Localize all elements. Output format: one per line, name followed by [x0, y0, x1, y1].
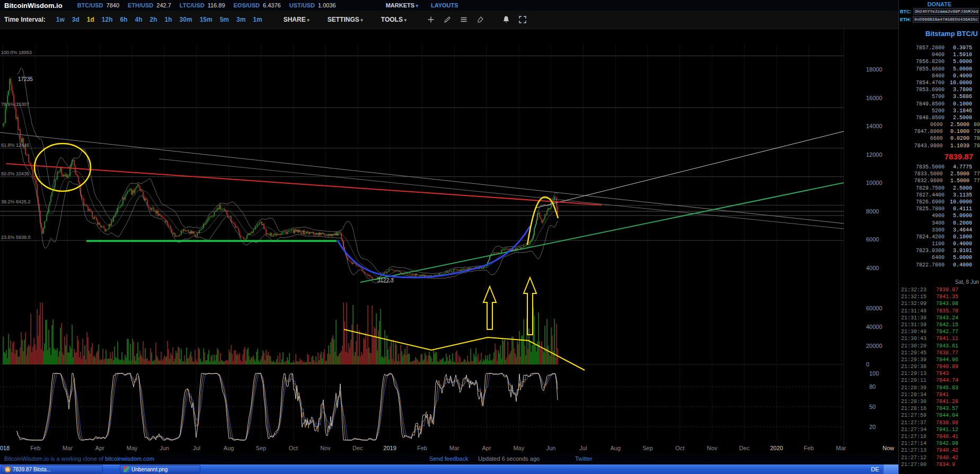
market-title[interactable]: Bitstamp BTC/U: [925, 30, 978, 38]
interval-2h[interactable]: 2h: [147, 15, 161, 24]
yellow-arrow-1[interactable]: [483, 287, 496, 329]
btc-address-row: BTC: 3H24hYYe2zama2v88PJ3bMJedLRoo1gE: [899, 7, 980, 15]
interval-1m[interactable]: 1m: [250, 15, 265, 24]
interval-1d[interactable]: 1d: [84, 15, 98, 24]
eth-address-row: ETH: 0xD686B28a47A58EDd436A35cf5eb5A4c3: [899, 15, 980, 23]
tools-label: TOOLS: [381, 16, 403, 23]
axis-labels: 100.0% 1895378.6% 1530761.8% 1244650.0% …: [0, 50, 894, 451]
pencil-icon[interactable]: [443, 15, 452, 24]
interval-1w[interactable]: 1w: [53, 15, 68, 24]
time-axis-label: 2018: [0, 445, 10, 451]
price-annotation: 3122.3: [377, 278, 394, 283]
ticker-ust-usd[interactable]: UST/USD1.0036: [289, 2, 336, 8]
interval-6h[interactable]: 6h: [117, 15, 131, 24]
trade-row: 21:32:157841.35: [899, 293, 980, 300]
clone-link[interactable]: bitcoinwisdom.com: [105, 455, 154, 462]
time-axis-label: Jul: [579, 445, 587, 451]
white-rising-line[interactable]: [535, 131, 844, 208]
trade-row: 21:27:137840.42: [899, 447, 980, 454]
ticker-btc-usd[interactable]: BTC/USD7840: [77, 2, 119, 8]
time-axis-label: Mar: [449, 445, 460, 451]
time-axis-label: Feb: [804, 445, 814, 451]
trade-row: 21:32:237839.87: [899, 287, 980, 293]
time-axis-label: Feb: [30, 445, 40, 451]
trade-row: 21:31:397843.24: [899, 315, 980, 321]
layouts-menu[interactable]: LAYOUTS: [431, 2, 458, 8]
bid-row: 7822.78000.4000: [899, 262, 980, 269]
drawings-list-icon[interactable]: [460, 15, 468, 24]
btc-label: BTC:: [900, 9, 912, 14]
taskbar-item-bitstamp[interactable]: B 7839.87 Bitsta...: [1, 465, 103, 473]
ticker-eos-usd[interactable]: EOS/USD6.4376: [234, 2, 281, 8]
volume-axis-label: 0: [866, 361, 869, 368]
osc-axis-label: 20: [869, 424, 876, 430]
time-axis-label: Nov: [707, 445, 718, 451]
bid-row: 7827.44003.1135: [899, 192, 980, 199]
interval-buttons: 1w3d1d12h6h4h2h1h30m15m5m3m1m: [53, 15, 266, 24]
taskbar-item-image[interactable]: Unbenannt.png: [120, 465, 200, 473]
time-axis-label: Aug: [224, 445, 234, 451]
alert-bell-icon[interactable]: [502, 15, 510, 24]
trade-row: 21:31:397842.15: [899, 321, 980, 328]
markets-label: MARKETS: [386, 2, 414, 8]
twitter-link[interactable]: Twitter: [575, 455, 592, 462]
interval-5m[interactable]: 5m: [217, 15, 232, 24]
btc-address[interactable]: 3H24hYYe2zama2v88PJ3bMJedLRoo1gE: [913, 8, 979, 15]
donate-section: DONATE BTC: 3H24hYYe2zama2v88PJ3bMJedLRo…: [899, 0, 980, 23]
trade-row: 21:32:097843.98: [899, 300, 980, 307]
share-menu[interactable]: SHARE: [284, 16, 310, 23]
trade-row: 21:29:397844.96: [899, 356, 980, 363]
bid-row: 7824.42000.1000: [899, 234, 980, 240]
fib-label: 23.6% 5938.0: [1, 235, 31, 240]
tools-menu[interactable]: TOOLS: [381, 16, 407, 23]
osc-axis-label: 100: [869, 370, 879, 377]
price-chart[interactable]: 100.0% 1895378.6% 1530761.8% 1244650.0% …: [0, 29, 898, 454]
red-trendline[interactable]: [6, 164, 602, 205]
gray-fanline-2[interactable]: [159, 159, 844, 229]
ask-row: 7849.85000.1000: [899, 101, 980, 108]
last-price: 7839.87: [899, 152, 973, 161]
ticker-eth-usd[interactable]: ETH/USD242.7: [128, 2, 171, 8]
time-axis-label: Oct: [289, 445, 298, 451]
volume-axis-label: 60000: [866, 305, 882, 311]
interval-30m[interactable]: 30m: [176, 15, 196, 24]
ask-row: 7843.98001.103978: [899, 142, 980, 149]
drawing-toolbar: [427, 15, 527, 24]
trade-row: 21:29:117844.74: [899, 377, 980, 384]
fib-label: 38.2% 8425.2: [1, 199, 31, 204]
taskbar: B 7839.87 Bitsta... Unbenannt.png DE: [0, 464, 898, 474]
status-bar: BitcoinWisdom.io is a working clone of b…: [0, 454, 898, 463]
logo[interactable]: BitcoinWisdom.io: [4, 2, 63, 10]
eth-address[interactable]: 0xD686B28a47A58EDd436A35cf5eb5A4c3: [913, 16, 979, 23]
markets-menu[interactable]: MARKETS: [386, 2, 418, 8]
settings-menu[interactable]: SETTINGS: [328, 16, 363, 23]
ticker-ltc-usd[interactable]: LTC/USD116.89: [180, 2, 225, 8]
add-indicator-icon[interactable]: [427, 15, 435, 24]
ask-row: 7857.28000.3975: [899, 44, 980, 51]
interval-4h[interactable]: 4h: [132, 15, 146, 24]
price-axis-label: 6000: [866, 236, 879, 243]
donate-title[interactable]: DONATE: [899, 0, 980, 7]
ticker-strip: BTC/USD7840ETH/USD242.7LTC/USD116.89EOS/…: [77, 2, 336, 8]
trade-row: 21:30:437841.11: [899, 335, 980, 342]
bid-row: 7823.93003.9101: [899, 247, 980, 254]
interval-12h[interactable]: 12h: [99, 15, 116, 24]
brush-icon[interactable]: [476, 15, 484, 24]
bitcoin-icon: B: [5, 467, 11, 472]
bid-row: 34000.2000: [899, 220, 980, 227]
system-tray: [883, 464, 898, 474]
updated-text: Updated 6 seconds ago: [478, 455, 540, 462]
interval-1h[interactable]: 1h: [162, 15, 175, 24]
interval-3d[interactable]: 3d: [69, 15, 83, 24]
trade-row: 21:27:597844.04: [899, 412, 980, 419]
interval-3m[interactable]: 3m: [233, 15, 249, 24]
fullscreen-icon[interactable]: [518, 15, 527, 24]
screen: BitcoinWisdom.io BTC/USD7840ETH/USD242.7…: [0, 0, 980, 474]
eth-label: ETH:: [900, 17, 911, 22]
price-axis-label: 8000: [866, 208, 879, 214]
language-indicator[interactable]: DE: [868, 465, 882, 473]
feedback-link[interactable]: Send feedback: [429, 455, 468, 462]
interval-15m[interactable]: 15m: [197, 15, 216, 24]
bid-row: 7829.75002.5000: [899, 185, 980, 192]
trade-row: 21:27:377838.98: [899, 419, 980, 426]
